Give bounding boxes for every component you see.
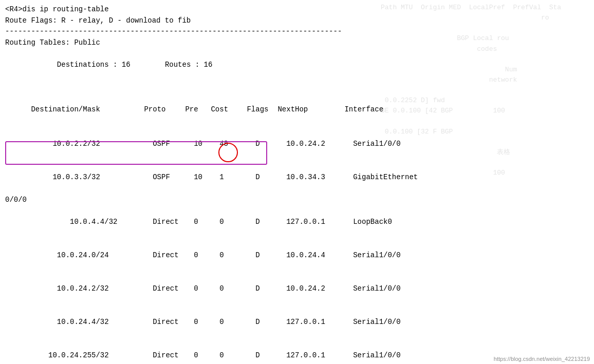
row-nexthop: 127.0.0.1 xyxy=(286,350,353,361)
row-proto: OSPF xyxy=(153,172,194,183)
row-proto: Direct xyxy=(153,250,194,261)
row-cost: 0 xyxy=(219,317,255,328)
table-row: 10.0.2.2/32OSPF1048D10.0.24.2Serial1/0/0 xyxy=(5,128,589,161)
row-nexthop: 10.0.24.2 xyxy=(286,139,353,150)
row-pre: 0 xyxy=(194,250,219,261)
row-dest: 10.0.24.4/32 xyxy=(40,317,153,328)
table-row: 10.0.3.3/32OSPF101D10.0.34.3GigabitEther… xyxy=(5,161,589,195)
row-iface: Serial1/0/0 xyxy=(353,351,400,359)
routing-tables-line: Routing Tables: Public xyxy=(5,37,589,49)
row-proto: Direct xyxy=(153,217,194,228)
row-flags: D xyxy=(255,350,286,361)
table-row: 10.0.24.2/32Direct00D10.0.24.2Serial1/0/… xyxy=(5,273,589,306)
row-dest: 10.0.4.4/32 xyxy=(40,217,153,228)
col-proto: Proto xyxy=(144,104,185,116)
table-row: 10.0.24.4/32Direct00D127.0.0.1Serial1/0/… xyxy=(5,306,589,339)
blank-line xyxy=(5,82,589,93)
separator-line: ----------------------------------------… xyxy=(5,26,589,37)
row-pre: 0 xyxy=(194,217,219,228)
row-cost: 0 xyxy=(219,250,255,261)
col-interface: Interface xyxy=(344,105,383,113)
row-flags: D xyxy=(255,139,286,150)
iface-continuation: 0/0/0 xyxy=(5,195,589,206)
row-dest: 10.0.24.0/24 xyxy=(40,250,153,261)
row-iface: LoopBack0 xyxy=(353,218,392,226)
row-pre: 0 xyxy=(194,317,219,328)
column-headers: Destination/MaskProtoPreCostFlagsNextHop… xyxy=(5,93,589,127)
col-cost: Cost xyxy=(211,104,247,116)
row-cost: 0 xyxy=(219,350,255,361)
row-proto: Direct xyxy=(153,350,194,361)
row-iface: Serial1/0/0 xyxy=(353,140,400,148)
main-content: <R4>dis ip routing-table Route Flags: R … xyxy=(5,4,589,364)
route-flags-line: Route Flags: R - relay, D - download to … xyxy=(5,15,589,27)
row-proto: OSPF xyxy=(153,139,194,150)
row-nexthop: 127.0.0.1 xyxy=(286,217,353,228)
col-dest: Destination/Mask xyxy=(31,104,144,116)
row-proto: Direct xyxy=(153,317,194,328)
row-pre: 10 xyxy=(194,172,219,183)
row-dest: 10.0.24.255/32 xyxy=(40,350,153,361)
row-iface: Serial1/0/0 xyxy=(353,284,400,293)
row-flags: D xyxy=(255,172,286,183)
col-flags: Flags xyxy=(247,104,277,116)
row-flags: D xyxy=(255,250,286,261)
row-proto: Direct xyxy=(153,283,194,295)
col-pre: Pre xyxy=(185,104,211,116)
row-iface: GigabitEthernet xyxy=(353,173,418,181)
watermark: https://blog.csdn.net/weixin_42213219 xyxy=(494,356,590,362)
row-flags: D xyxy=(255,217,286,228)
row-flags: D xyxy=(255,317,286,328)
row-pre: 10 xyxy=(194,139,219,150)
command-line: <R4>dis ip routing-table xyxy=(5,4,589,15)
row-nexthop: 10.0.24.4 xyxy=(286,250,353,261)
row-cost: 0 xyxy=(219,283,255,295)
row-dest: 10.0.2.2/32 xyxy=(40,139,153,150)
routing-table: 10.0.2.2/32OSPF1048D10.0.24.2Serial1/0/0… xyxy=(5,128,589,364)
row-pre: 0 xyxy=(194,283,219,295)
row-dest: 10.0.24.2/32 xyxy=(40,283,153,295)
row-nexthop: 10.0.34.3 xyxy=(286,172,353,183)
row-iface: Serial1/0/0 xyxy=(353,251,400,259)
destinations-label: Destinations : 16 xyxy=(31,61,130,69)
routes-label: Routes : 16 xyxy=(165,61,212,69)
col-nexthop: NextHop xyxy=(277,104,344,116)
table-row: 10.0.24.0/24Direct00D10.0.24.4Serial1/0/… xyxy=(5,239,589,272)
table-row: 10.0.4.4/32Direct00D127.0.0.1LoopBack0 xyxy=(5,205,589,239)
row-cost: 1 xyxy=(219,172,255,183)
row-flags: D xyxy=(255,283,286,295)
row-cost: 0 xyxy=(219,217,255,228)
row-nexthop: 127.0.0.1 xyxy=(286,317,353,328)
row-pre: 0 xyxy=(194,350,219,361)
row-iface: Serial1/0/0 xyxy=(353,318,400,326)
row-nexthop: 10.0.24.2 xyxy=(286,283,353,295)
row-cost: 48 xyxy=(219,139,255,150)
destinations-routes-line: Destinations : 16 Routes : 16 xyxy=(5,49,589,82)
row-dest: 10.0.3.3/32 xyxy=(40,172,153,183)
terminal-window: Path MTU Origin MED LocalPref PrefVal St… xyxy=(0,0,594,364)
